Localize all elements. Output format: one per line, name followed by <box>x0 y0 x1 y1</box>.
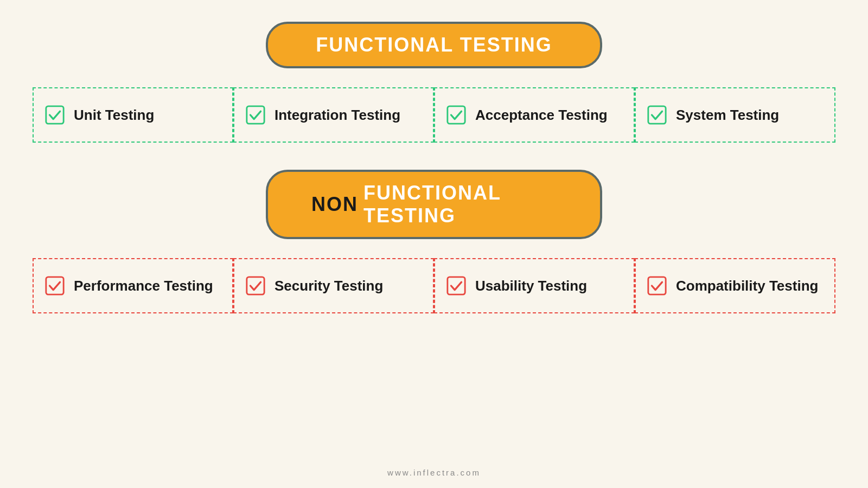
usability-testing-label: Usability Testing <box>475 278 587 294</box>
usability-testing-icon <box>446 275 467 296</box>
svg-rect-6 <box>448 277 465 294</box>
security-testing-card: Security Testing <box>233 258 434 313</box>
acceptance-testing-card: Acceptance Testing <box>434 87 635 143</box>
performance-testing-icon <box>44 275 65 296</box>
system-testing-card: System Testing <box>635 87 835 143</box>
unit-testing-icon <box>44 105 65 125</box>
system-testing-icon <box>647 105 667 125</box>
compatibility-testing-label: Compatibility Testing <box>676 278 818 294</box>
unit-testing-label: Unit Testing <box>74 107 154 124</box>
usability-testing-card: Usability Testing <box>434 258 635 313</box>
non-functional-header-rest: FUNCTIONAL TESTING <box>363 182 557 227</box>
system-testing-label: System Testing <box>676 107 779 124</box>
svg-rect-4 <box>46 277 63 294</box>
svg-rect-7 <box>648 277 666 294</box>
unit-testing-card: Unit Testing <box>33 87 233 143</box>
non-functional-header-btn: NON FUNCTIONAL TESTING <box>266 170 602 239</box>
svg-rect-0 <box>46 106 63 124</box>
footer-url: www.inflectra.com <box>387 468 481 477</box>
non-functional-header-non: NON <box>311 193 358 216</box>
security-testing-label: Security Testing <box>275 278 383 294</box>
functional-header-btn: FUNCTIONAL TESTING <box>266 22 602 68</box>
acceptance-testing-label: Acceptance Testing <box>475 107 608 124</box>
svg-rect-2 <box>448 106 465 124</box>
compatibility-testing-icon <box>647 275 667 296</box>
svg-rect-5 <box>247 277 264 294</box>
integration-testing-icon <box>245 105 266 125</box>
integration-testing-card: Integration Testing <box>233 87 434 143</box>
functional-section: FUNCTIONAL TESTING Unit Testing Integrat… <box>33 22 835 143</box>
acceptance-testing-icon <box>446 105 467 125</box>
svg-rect-3 <box>648 106 666 124</box>
performance-testing-label: Performance Testing <box>74 278 213 294</box>
compatibility-testing-card: Compatibility Testing <box>635 258 835 313</box>
footer: www.inflectra.com <box>387 452 481 477</box>
svg-rect-1 <box>247 106 264 124</box>
functional-cards-row: Unit Testing Integration Testing Accepta… <box>33 87 835 143</box>
non-functional-cards-row: Performance Testing Security Testing Usa… <box>33 258 835 313</box>
security-testing-icon <box>245 275 266 296</box>
non-functional-section: NON FUNCTIONAL TESTING Performance Testi… <box>33 170 835 313</box>
functional-header-label: FUNCTIONAL TESTING <box>316 34 552 56</box>
integration-testing-label: Integration Testing <box>275 107 400 124</box>
performance-testing-card: Performance Testing <box>33 258 233 313</box>
